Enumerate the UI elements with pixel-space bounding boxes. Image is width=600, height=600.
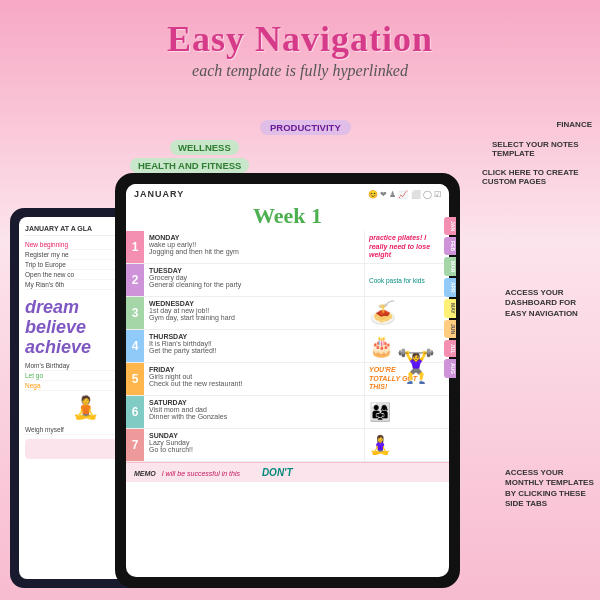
day-right-monday: practice pilates! I really need to lose … xyxy=(364,231,449,263)
party-icon: 🎂 xyxy=(369,334,394,358)
planner-month: JANUARY xyxy=(134,189,184,199)
day-num-3: 3 xyxy=(126,297,144,329)
finance-callout: FINANCE xyxy=(556,120,592,129)
day-task2-thursday: Get the party started!! xyxy=(149,347,359,354)
day-name-tuesday: TUESDAY xyxy=(149,267,359,274)
day-num-7: 7 xyxy=(126,429,144,461)
day-task1-friday: Girls night out xyxy=(149,373,359,380)
day-right-tuesday: Cook pasta for kids xyxy=(364,264,449,296)
day-name-sunday: SUNDAY xyxy=(149,432,359,439)
main-tablet-inner: JAN FEB MAR APR MAY JUN JUL AUG JANUARY … xyxy=(126,184,449,577)
productivity-label: PRODUCTIVITY xyxy=(260,120,351,135)
tab-may[interactable]: MAY xyxy=(444,299,449,318)
day-name-saturday: SATURDAY xyxy=(149,399,359,406)
tab-jul[interactable]: JUL xyxy=(444,340,449,357)
health-fitness-label: HEALTH AND FITNESS xyxy=(130,158,249,173)
day-row-sunday: 7 SUNDAY Lazy Sunday Go to church!! 🧘‍♀️ xyxy=(126,429,449,462)
day-content-thursday: THURSDAY It is Rian's birthday!! Get the… xyxy=(144,330,364,362)
day-row-monday: 1 MONDAY wake up early!! Jogging and the… xyxy=(126,231,449,264)
select-notes-callout: SELECT YOUR NOTES TEMPLATE xyxy=(492,140,592,158)
day-right-sunday: 🧘‍♀️ xyxy=(364,429,449,461)
memo-area: MEMO I will be successful in this DON'T xyxy=(126,462,449,482)
day-row-tuesday: 2 TUESDAY Grocery day General cleaning f… xyxy=(126,264,449,297)
main-tablet: JAN FEB MAR APR MAY JUN JUL AUG JANUARY … xyxy=(115,173,460,588)
access-dashboard-callout: ACCESS YOUR DASHBOARD FOR EASY NAVIGATIO… xyxy=(505,288,595,319)
tab-apr[interactable]: APR xyxy=(444,278,449,297)
day-task1-saturday: Visit mom and dad xyxy=(149,406,359,413)
day-num-4: 4 xyxy=(126,330,144,362)
day-content-saturday: SATURDAY Visit mom and dad Dinner with t… xyxy=(144,396,364,428)
memo-label: MEMO xyxy=(134,470,156,477)
day-task1-monday: wake up early!! xyxy=(149,241,359,248)
planner-body: 1 MONDAY wake up early!! Jogging and the… xyxy=(126,231,449,566)
planner-icons: 😊 ❤ ♟ 📈 ⬜ ◯ ☑ xyxy=(368,190,441,199)
food-icon: 🍝 xyxy=(369,300,396,326)
main-content: PRODUCTIVITY WELLNESS HEALTH AND FITNESS… xyxy=(0,88,600,588)
planner-header: JANUARY 😊 ❤ ♟ 📈 ⬜ ◯ ☑ xyxy=(126,184,449,201)
dont-text: DON'T xyxy=(262,467,293,478)
tab-mar[interactable]: MAR xyxy=(444,257,449,276)
day-name-thursday: THURSDAY xyxy=(149,333,359,340)
day-task2-saturday: Dinner with the Gonzales xyxy=(149,413,359,420)
day-num-6: 6 xyxy=(126,396,144,428)
day-num-1: 1 xyxy=(126,231,144,263)
day-task1-wednesday: 1st day at new job!! xyxy=(149,307,359,314)
custom-pages-callout: CLICK HERE TO CREATE CUSTOM PAGES xyxy=(482,168,592,186)
tab-jan[interactable]: JAN xyxy=(444,217,449,235)
day-task2-tuesday: General cleaning for the party xyxy=(149,281,359,288)
day-row-saturday: 6 SATURDAY Visit mom and dad Dinner with… xyxy=(126,396,449,429)
day-name-monday: MONDAY xyxy=(149,234,359,241)
family-icon: 👨‍👩‍👧 xyxy=(369,401,391,423)
side-tabs-container[interactable]: JAN FEB MAR APR MAY JUN JUL AUG xyxy=(444,217,449,378)
page-header: Easy Navigation each template is fully h… xyxy=(0,0,600,88)
access-monthly-callout: ACCESS YOUR MONTHLY TEMPLATES BY CLICKIN… xyxy=(505,468,595,510)
day-content-friday: FRIDAY Girls night out Check out the new… xyxy=(144,363,364,395)
tab-jun[interactable]: JUN xyxy=(444,320,449,338)
day-num-2: 2 xyxy=(126,264,144,296)
memo-text: I will be successful in this xyxy=(162,470,240,477)
day-num-5: 5 xyxy=(126,363,144,395)
day-task1-tuesday: Grocery day xyxy=(149,274,359,281)
yoga-icon: 🧘‍♀️ xyxy=(369,434,391,456)
day-content-monday: MONDAY wake up early!! Jogging and then … xyxy=(144,231,364,263)
day-content-wednesday: WEDNESDAY 1st day at new job!! Gym day, … xyxy=(144,297,364,329)
tab-feb[interactable]: FEB xyxy=(444,237,449,255)
main-title: Easy Navigation xyxy=(10,18,590,60)
day-task2-sunday: Go to church!! xyxy=(149,446,359,453)
week-title: Week 1 xyxy=(126,201,449,231)
day-content-tuesday: TUESDAY Grocery day General cleaning for… xyxy=(144,264,364,296)
main-subtitle: each template is fully hyperlinked xyxy=(10,62,590,80)
day-row-wednesday: 3 WEDNESDAY 1st day at new job!! Gym day… xyxy=(126,297,449,330)
tab-aug[interactable]: AUG xyxy=(444,359,449,378)
day-content-sunday: SUNDAY Lazy Sunday Go to church!! xyxy=(144,429,364,461)
day-task2-wednesday: Gym day, start training hard xyxy=(149,314,359,321)
day-name-friday: FRIDAY xyxy=(149,366,359,373)
day-task1-thursday: It is Rian's birthday!! xyxy=(149,340,359,347)
day-task2-friday: Check out the new restaurant! xyxy=(149,380,359,387)
yoga-figure-icon: 🏋️‍♀️ xyxy=(396,347,436,385)
day-name-wednesday: WEDNESDAY xyxy=(149,300,359,307)
day-task2-monday: Jogging and then hit the gym xyxy=(149,248,359,255)
day-task1-sunday: Lazy Sunday xyxy=(149,439,359,446)
wellness-label: WELLNESS xyxy=(170,140,239,155)
day-right-wednesday: 🍝 xyxy=(364,297,449,329)
day-right-saturday: 👨‍👩‍👧 xyxy=(364,396,449,428)
